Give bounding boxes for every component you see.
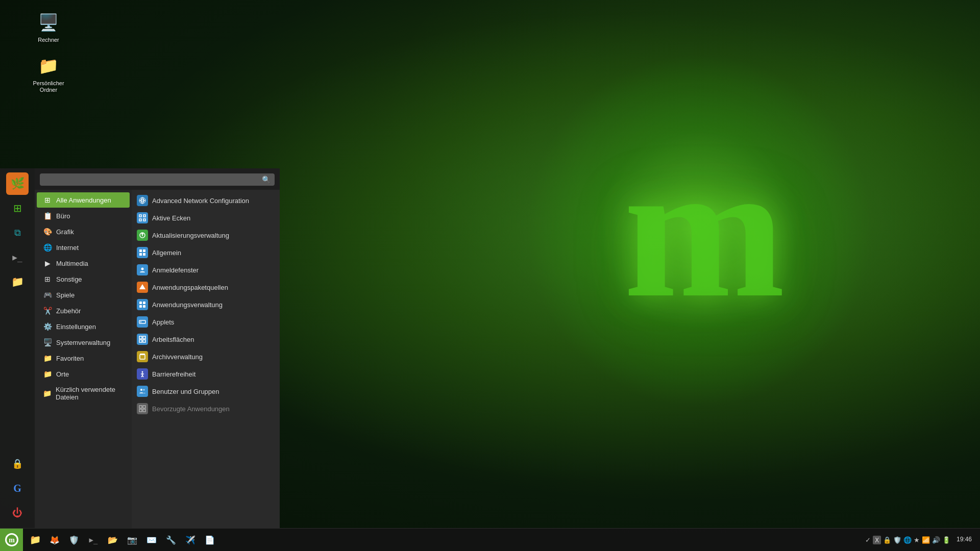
app-login-screen[interactable]: Anmeldefenster [132,261,280,279]
svg-rect-15 [139,302,142,304]
svg-rect-35 [139,406,142,408]
media-icon: 📷 [127,535,137,545]
desktop-icon-rechner[interactable]: 🖥️ Rechner [28,10,69,43]
app-software-sources[interactable]: Anwendungspaketquellen [132,279,280,296]
taskbar-browser[interactable]: 🦊 [45,531,64,549]
svg-rect-5 [143,215,145,217]
app-label-software-sources: Anwendungspaketquellen [152,284,228,291]
power-icon: ⏻ [12,507,22,519]
taskbar-files[interactable]: 📁 [26,531,44,549]
desktop-icon-personal-folder[interactable]: 📁 Persönlicher Ordner [28,54,69,93]
app-label-update-manager: Aktualisierungsverwaltung [152,232,229,239]
taskbar-text-editor[interactable]: 📄 [201,531,219,549]
svg-rect-38 [143,409,145,412]
app-accessibility[interactable]: Barrierefreiheit [132,365,280,383]
category-recent[interactable]: 📁 Kürzlich verwendete Dateien [37,382,130,405]
sidebar-btn-folder[interactable]: 📁 [6,270,29,293]
taskbar-x-icon[interactable]: X [873,536,881,544]
category-internet[interactable]: 🌐 Internet [37,240,130,255]
updates-icon: 🔧 [166,535,176,545]
taskbar-star-icon[interactable]: ★ [914,536,920,544]
category-office[interactable]: 📋 Büro [37,208,130,223]
category-other[interactable]: ⊞ Sonstige [37,271,130,287]
sidebar-btn-terminal[interactable]: ▶_ [6,246,29,268]
category-multimedia[interactable]: ▶ Multimedia [37,256,130,271]
application-menu: 🔍 ⊞ Alle Anwendungen 📋 Büro 🎨 Grafik 🌐 I… [35,168,280,528]
category-internet-label: Internet [56,244,79,252]
app-preferred-apps[interactable]: Bevorzugte Anwendungen [132,400,280,417]
category-other-label: Sonstige [56,276,82,283]
svg-rect-6 [139,219,141,221]
category-places-icon: 📁 [43,370,52,378]
category-favorites-label: Favoriten [56,355,84,362]
sidebar-btn-lock[interactable]: 🔒 [6,453,29,475]
search-icon[interactable]: 🔍 [262,176,271,184]
app-advanced-network[interactable]: Advanced Network Configuration [132,192,280,209]
app-label-workspaces: Arbeitsflächen [152,336,194,343]
taskbar-filemanager[interactable]: 📂 [104,531,122,549]
category-graphics-icon: 🎨 [43,228,52,236]
taskbar-shield[interactable]: 🛡️ [65,531,83,549]
taskbar-updates[interactable]: 🔧 [162,531,180,549]
taskbar-wireless-icon[interactable]: 📶 [922,536,930,544]
svg-line-32 [142,375,143,377]
folder-icon: 📁 [11,276,24,288]
app-users-groups[interactable]: Benutzer und Gruppen [132,383,280,400]
app-update-manager[interactable]: Aktualisierungsverwaltung [132,227,280,244]
taskbar-mail[interactable]: ✉️ [142,531,161,549]
category-internet-icon: 🌐 [43,243,52,252]
category-favorites[interactable]: 📁 Favoriten [37,350,130,366]
taskbar-mint-logo: m [5,533,18,546]
app-active-corners[interactable]: Aktive Ecken [132,209,280,227]
taskbar-battery-icon[interactable]: 🔋 [942,536,950,544]
taskbar-time: 19:46 [957,536,972,544]
taskbar-network-icon[interactable]: 🌐 [903,536,912,544]
sidebar-btn-layers[interactable]: ⧉ [6,221,29,244]
category-multimedia-icon: ▶ [43,259,52,267]
sidebar: 🌿 ⊞ ⧉ ▶_ 📁 🔒 G ⏻ [0,168,35,528]
taskbar-checkmark-icon[interactable]: ✓ [865,536,871,544]
taskbar-media[interactable]: 📷 [123,531,141,549]
taskbar-start-button[interactable]: m [0,529,23,552]
app-general[interactable]: Allgemein [132,244,280,261]
text-editor-icon: 📄 [205,535,215,545]
sidebar-btn-grid[interactable]: ⊞ [6,197,29,219]
app-applets[interactable]: Applets [132,313,280,331]
category-settings[interactable]: ⚙️ Einstellungen [37,319,130,334]
taskbar-clock[interactable]: 19:46 [952,536,976,544]
shield-icon: 🛡️ [69,535,79,545]
category-admin-icon: 🖥️ [43,338,52,346]
category-accessories[interactable]: ✂️ Zubehör [37,303,130,318]
app-label-login-screen: Anmeldefenster [152,266,199,274]
sidebar-btn-google[interactable]: G [6,477,29,499]
search-input-wrap[interactable]: 🔍 [40,173,275,186]
taskbar-volume-icon[interactable]: 🔊 [932,536,940,544]
svg-marker-14 [139,284,145,289]
category-all[interactable]: ⊞ Alle Anwendungen [37,192,130,208]
app-icon-workspaces [137,334,148,345]
search-input[interactable] [44,176,262,184]
taskbar: m 📁 🦊 🛡️ ▶_ 📂 📷 ✉️ 🔧 ✈️ [0,528,980,551]
app-label-preferred-apps: Bevorzugte Anwendungen [152,405,230,413]
taskbar-lock-icon[interactable]: 🔒 [883,536,891,544]
taskbar-shield-icon[interactable]: 🛡️ [893,536,901,544]
mail-icon: ✉️ [146,535,157,545]
svg-text:m: m [9,536,15,544]
app-icon-active-corners [137,212,148,223]
app-software-manager[interactable]: Anwendungsverwaltung [132,296,280,313]
svg-rect-16 [143,302,145,304]
category-games[interactable]: 🎮 Spiele [37,287,130,303]
category-admin[interactable]: 🖥️ Systemverwaltung [37,335,130,350]
sidebar-btn-mint[interactable]: 🌿 [6,172,29,195]
category-places[interactable]: 📁 Orte [37,366,130,382]
taskbar-telegram[interactable]: ✈️ [181,531,200,549]
app-icon-software-manager [137,299,148,310]
sidebar-btn-power[interactable]: ⏻ [6,502,29,524]
taskbar-terminal[interactable]: ▶_ [84,531,103,549]
app-workspaces[interactable]: Arbeitsflächen [132,331,280,348]
category-graphics[interactable]: 🎨 Grafik [37,224,130,239]
grid-icon: ⊞ [13,202,22,214]
app-archive-manager[interactable]: Archivverwaltung [132,348,280,365]
svg-point-28 [142,371,143,373]
svg-rect-36 [143,406,145,408]
